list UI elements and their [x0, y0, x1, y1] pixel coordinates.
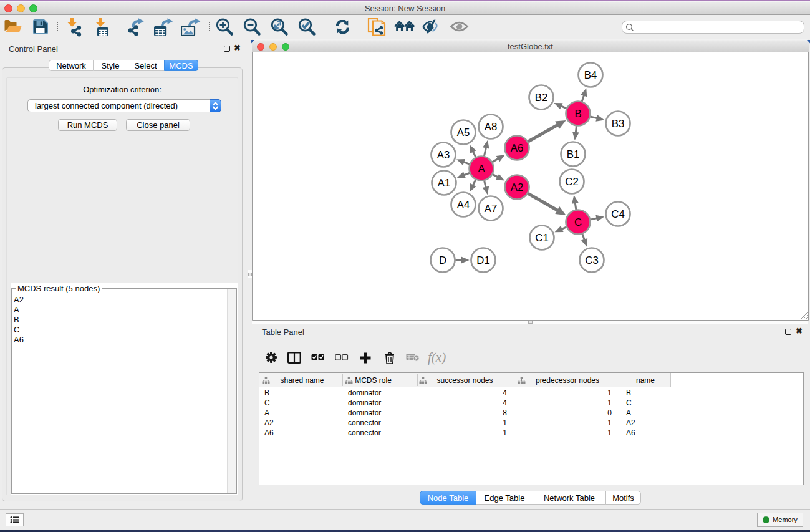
svg-text:A3: A3: [437, 149, 450, 161]
svg-text:D1: D1: [476, 254, 489, 266]
svg-text:B4: B4: [584, 69, 597, 81]
svg-text:A4: A4: [457, 199, 470, 211]
svg-text:D: D: [439, 254, 446, 266]
svg-text:B2: B2: [535, 92, 548, 104]
svg-text:B1: B1: [567, 148, 580, 160]
svg-text:A6: A6: [511, 142, 524, 154]
svg-text:C: C: [574, 216, 582, 228]
svg-text:A5: A5: [457, 127, 470, 138]
svg-text:A7: A7: [485, 203, 498, 215]
svg-text:C3: C3: [585, 254, 598, 266]
svg-text:A: A: [478, 163, 485, 175]
svg-text:B: B: [574, 108, 581, 120]
svg-text:A8: A8: [485, 121, 498, 133]
svg-text:A1: A1: [438, 177, 451, 189]
svg-text:C4: C4: [611, 208, 624, 220]
svg-text:C2: C2: [565, 176, 578, 188]
svg-text:C1: C1: [535, 232, 548, 244]
svg-text:A2: A2: [511, 181, 524, 193]
svg-text:B3: B3: [612, 118, 625, 130]
